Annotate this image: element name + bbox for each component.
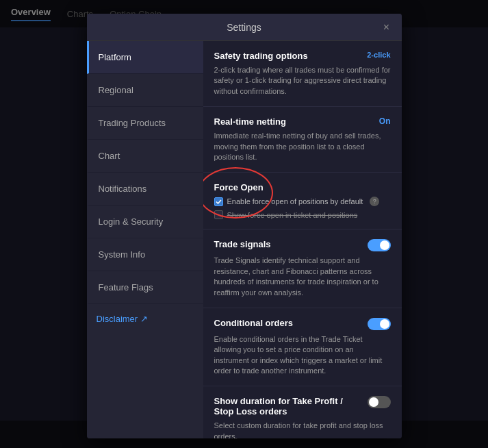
modal-overlay: Settings × Platform Regional Trading Pro… <box>0 0 488 448</box>
sidebar-item-trading-products[interactable]: Trading Products <box>87 107 203 140</box>
force-open-section: Force Open Enable force open of position… <box>203 173 402 229</box>
trade-signals-header: Trade signals <box>214 239 391 251</box>
trade-signals-desc: Trade Signals identify technical support… <box>214 256 391 298</box>
realtime-netting-badge: On <box>379 116 391 126</box>
safety-trading-section: Safety trading options 2-click 2-click t… <box>203 41 402 107</box>
sidebar-item-login-security[interactable]: Login & Security <box>87 206 203 238</box>
force-open-checkbox-label-1: Enable force open of positions by defaul… <box>227 197 363 206</box>
force-open-checkbox-2[interactable] <box>214 210 223 219</box>
realtime-netting-header: Real-time netting On <box>214 116 391 127</box>
realtime-netting-section: Real-time netting On Immediate real-time… <box>203 107 402 173</box>
sidebar-item-chart[interactable]: Chart <box>87 140 203 173</box>
force-open-checkbox-1[interactable] <box>214 197 223 206</box>
show-duration-title: Show duration for Take Profit / Stop Los… <box>214 396 362 416</box>
toggle-knob <box>380 240 389 250</box>
force-open-header: Force Open <box>214 182 391 192</box>
force-open-checkbox-label-2: Show force open in ticket and positions <box>227 211 358 219</box>
conditional-orders-header: Conditional orders <box>214 318 391 330</box>
force-open-title: Force Open <box>214 182 264 192</box>
sidebar-item-platform[interactable]: Platform <box>87 41 203 74</box>
show-duration-section: Show duration for Take Profit / Stop Los… <box>203 386 402 438</box>
info-icon[interactable]: ? <box>370 197 379 206</box>
toggle-knob <box>369 397 378 407</box>
trade-signals-toggle[interactable] <box>368 239 391 251</box>
sidebar-item-notifications[interactable]: Notifications <box>87 173 203 206</box>
conditional-orders-desc: Enable conditional orders in the Trade T… <box>214 334 391 377</box>
external-link-icon: ↗ <box>140 314 148 324</box>
conditional-orders-title: Conditional orders <box>214 318 294 328</box>
toggle-knob <box>380 319 389 329</box>
safety-trading-badge[interactable]: 2-click <box>367 51 390 59</box>
safety-trading-desc: 2-click trading where all trades must be… <box>214 65 391 97</box>
trade-signals-section: Trade signals Trade Signals identify tec… <box>203 229 402 308</box>
sidebar-item-feature-flags[interactable]: Feature Flags <box>87 271 203 304</box>
safety-trading-header: Safety trading options 2-click <box>214 51 391 61</box>
force-open-checkbox-row-1: Enable force open of positions by defaul… <box>214 197 391 206</box>
settings-main-content: Safety trading options 2-click 2-click t… <box>203 14 402 438</box>
conditional-orders-toggle[interactable] <box>368 318 391 330</box>
conditional-orders-section: Conditional orders Enable conditional or… <box>203 308 402 387</box>
disclaimer-link[interactable]: Disclaimer ↗ <box>87 304 203 334</box>
settings-modal: Settings × Platform Regional Trading Pro… <box>87 14 402 438</box>
safety-trading-title: Safety trading options <box>214 51 308 61</box>
settings-sidebar: Platform Regional Trading Products Chart… <box>87 14 203 438</box>
close-button[interactable]: × <box>380 21 394 34</box>
realtime-netting-title: Real-time netting <box>214 116 286 127</box>
sidebar-item-regional[interactable]: Regional <box>87 74 203 107</box>
show-duration-desc: Select custom duration for take profit a… <box>214 421 391 438</box>
modal-header: Settings × <box>87 14 402 41</box>
trade-signals-title: Trade signals <box>214 239 271 249</box>
disclaimer-label: Disclaimer <box>97 314 138 324</box>
force-open-checkbox-row-2: Show force open in ticket and positions <box>214 210 391 219</box>
show-duration-toggle[interactable] <box>368 396 391 408</box>
modal-title: Settings <box>227 22 261 33</box>
show-duration-header: Show duration for Take Profit / Stop Los… <box>214 396 391 416</box>
realtime-netting-desc: Immediate real-time netting of buy and s… <box>214 131 391 162</box>
sidebar-item-system-info[interactable]: System Info <box>87 238 203 271</box>
